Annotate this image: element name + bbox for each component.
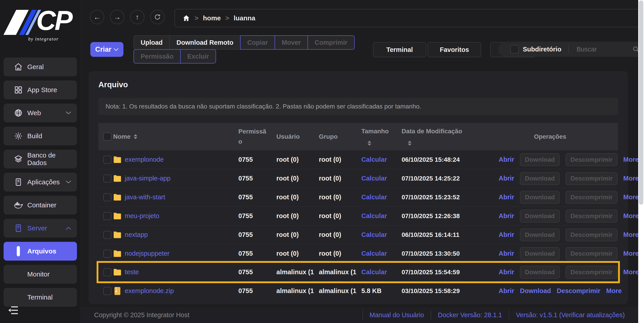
breadcrumb-item-current[interactable]: luanna — [234, 14, 255, 22]
abrir-link[interactable]: Abrir — [499, 194, 514, 201]
abrir-link[interactable]: Abrir — [499, 231, 514, 238]
abrir-link[interactable]: Abrir — [499, 175, 514, 182]
column-header-tamanho[interactable]: Tamanho — [361, 128, 402, 135]
sidebar-item-build[interactable]: Build — [4, 126, 77, 146]
refresh-button[interactable] — [150, 10, 164, 24]
table-row-teste[interactable]: teste0755almalinux (1almalinux (1Calcula… — [98, 263, 618, 282]
more-link[interactable]: More — [623, 212, 639, 220]
row-checkbox[interactable] — [103, 231, 111, 239]
row-checkbox[interactable] — [103, 156, 111, 164]
table-row-exemplonode[interactable]: exemplonode0755root (0)root (0)Calcular0… — [98, 150, 618, 169]
size-calcular-link[interactable]: Calcular — [361, 156, 402, 163]
upload-button[interactable]: Upload — [134, 35, 170, 50]
note-banner: Nota: 1. Os resultados da busca não supo… — [98, 98, 618, 115]
row-checkbox[interactable] — [103, 212, 111, 220]
file-name-link[interactable]: nextapp — [125, 231, 148, 238]
row-checkbox[interactable] — [103, 174, 111, 182]
footer: Copyright © 2025 Integrator Host Manual … — [81, 307, 644, 323]
footer-link-docker-versao-28-1-1[interactable]: Docker Versão: 28.1.1 — [438, 311, 502, 319]
file-name-link[interactable]: exemplonode — [125, 156, 164, 163]
size-calcular-link[interactable]: Calcular — [361, 194, 402, 201]
abrir-link[interactable]: Abrir — [499, 287, 514, 294]
column-header-data[interactable]: Data de Modificação — [402, 128, 491, 135]
column-header-nome[interactable]: Nome — [113, 133, 130, 140]
back-button[interactable]: ← — [90, 10, 104, 24]
sidebar-item-label: Banco de Dados — [27, 152, 72, 167]
file-name-link[interactable]: meu-projeto — [125, 212, 160, 220]
operations-cell: AbrirDownloadDescomprimirMore — [491, 287, 622, 294]
row-checkbox[interactable] — [103, 193, 111, 201]
sidebar-item-container[interactable]: Container — [4, 196, 77, 214]
table-row-nodejspuppeter[interactable]: nodejspuppeter0755root (0)root (0)Calcul… — [98, 244, 618, 263]
file-name-link[interactable]: teste — [125, 268, 139, 276]
file-name-link[interactable]: java-with-start — [125, 194, 165, 201]
more-link[interactable]: More — [623, 268, 639, 276]
file-name-link[interactable]: exemplonode.zip — [125, 287, 174, 294]
more-link[interactable]: More — [606, 287, 622, 294]
row-checkbox[interactable] — [103, 287, 111, 295]
sidebar-item-terminal[interactable]: Terminal — [4, 288, 77, 307]
subdiretorio-checkbox[interactable] — [510, 45, 519, 54]
abrir-link[interactable]: Abrir — [499, 156, 514, 163]
terminal-button[interactable]: Terminal — [373, 42, 426, 57]
criar-button[interactable]: Criar — [90, 42, 124, 57]
table-row-java-with-start[interactable]: java-with-start0755root (0)root (0)Calcu… — [98, 188, 618, 206]
abrir-link[interactable]: Abrir — [499, 250, 514, 257]
table-row-java-simple-app[interactable]: java-simple-app0755root (0)root (0)Calcu… — [98, 169, 618, 188]
footer-link-versao-v1-5-1-verificar-atualizacoes-[interactable]: Versão: v1.5.1 (Verificar atualizações) — [516, 311, 625, 319]
active-indicator — [14, 246, 23, 256]
group-value: root (0) — [319, 250, 361, 257]
footer-link-manual-do-usuario[interactable]: Manual do Usuário — [370, 311, 424, 319]
more-link[interactable]: More — [623, 250, 639, 257]
size-calcular-link[interactable]: Calcular — [361, 231, 402, 238]
download-link[interactable]: Download — [520, 287, 551, 294]
download-button-disabled: Download — [520, 228, 560, 241]
panel-title: Arquivo — [98, 80, 128, 89]
more-link[interactable]: More — [623, 156, 639, 163]
descomprimir-link[interactable]: Descomprimir — [557, 287, 600, 294]
sort-icon[interactable] — [368, 141, 371, 146]
sidebar-item-arquivos[interactable]: Arquivos — [4, 242, 77, 260]
abrir-link[interactable]: Abrir — [499, 268, 514, 276]
abrir-link[interactable]: Abrir — [499, 212, 514, 220]
size-calcular-link[interactable]: Calcular — [361, 212, 402, 220]
operations-cell: AbrirDownloadDescomprimirMore — [491, 153, 639, 166]
table-row-exemplonode-zip[interactable]: exemplonode.zip0755almalinux (1almalinux… — [98, 282, 618, 300]
more-link[interactable]: More — [623, 175, 639, 182]
sidebar-item-server[interactable]: Server — [4, 219, 77, 238]
more-link[interactable]: More — [623, 231, 639, 238]
modified-date: 06/10/2025 15:48:24 — [402, 156, 491, 163]
up-button[interactable]: ↑ — [130, 10, 144, 24]
file-name-link[interactable]: nodejspuppeter — [125, 250, 170, 257]
download-remoto-button[interactable]: Download Remoto — [169, 35, 240, 50]
sidebar-item-geral[interactable]: Geral — [4, 58, 77, 76]
home-icon[interactable] — [182, 14, 190, 22]
select-all-checkbox[interactable] — [103, 133, 111, 141]
sort-icon[interactable] — [134, 134, 137, 139]
sidebar-item-banco-de-dados[interactable]: Banco de Dados — [4, 150, 77, 168]
favoritos-button[interactable]: Favoritos — [428, 42, 481, 57]
breadcrumb-item-home[interactable]: home — [203, 14, 221, 22]
descomprimir-button-disabled: Descomprimir — [566, 172, 618, 185]
sidebar-item-monitor[interactable]: Monitor — [4, 265, 77, 284]
forward-button[interactable]: → — [110, 10, 124, 24]
table-row-meu-projeto[interactable]: meu-projeto0755root (0)root (0)Calcular0… — [98, 206, 618, 225]
table-row-nextapp[interactable]: nextapp0755root (0)root (0)Calcular06/10… — [98, 225, 618, 244]
row-checkbox[interactable] — [103, 268, 111, 276]
size-calcular-link[interactable]: Calcular — [361, 268, 402, 276]
sidebar-item-web[interactable]: Web — [4, 104, 77, 122]
scrollbar-thumb[interactable] — [639, 0, 643, 205]
sidebar-item-aplicacoes[interactable]: Aplicações — [4, 173, 77, 192]
sidebar-item-app-store[interactable]: App Store — [4, 80, 77, 99]
sidebar-collapse-button[interactable] — [8, 305, 19, 316]
sidebar-item-label: Container — [27, 201, 56, 209]
sort-icon[interactable] — [408, 141, 412, 146]
group-value: root (0) — [319, 231, 361, 238]
more-link[interactable]: More — [623, 194, 639, 201]
scrollbar-track[interactable] — [638, 0, 644, 323]
file-name-link[interactable]: java-simple-app — [125, 175, 170, 182]
size-calcular-link[interactable]: Calcular — [361, 175, 402, 182]
row-checkbox[interactable] — [103, 250, 111, 258]
search-input[interactable] — [576, 46, 630, 53]
size-calcular-link[interactable]: Calcular — [361, 250, 402, 257]
